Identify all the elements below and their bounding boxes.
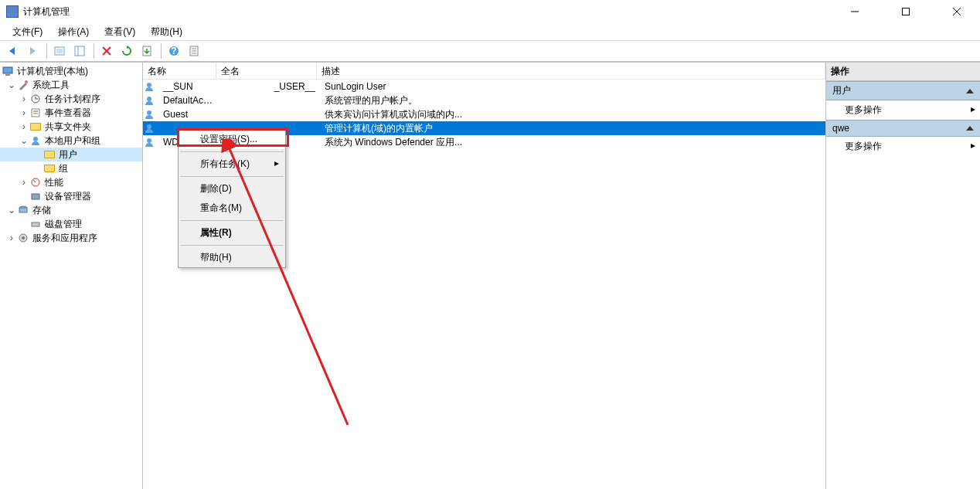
ctx-properties[interactable]: 属性(R) xyxy=(179,223,285,243)
ctx-label: 设置密码(S)... xyxy=(200,134,257,144)
tree-groups[interactable]: 组 xyxy=(0,161,142,175)
menu-file[interactable]: 文件(F) xyxy=(6,24,49,40)
action-group-qwe[interactable]: qwe xyxy=(826,120,980,137)
help-button[interactable]: ? xyxy=(165,42,183,60)
chevron-down-icon[interactable]: ⌄ xyxy=(19,135,29,146)
delete-button[interactable] xyxy=(97,42,116,60)
tree-services-apps[interactable]: › 服务和应用程序 xyxy=(0,231,142,245)
performance-icon xyxy=(29,176,42,188)
chevron-down-icon[interactable]: ⌄ xyxy=(6,205,17,216)
window-title: 计算机管理 xyxy=(23,5,838,19)
tree-device-manager[interactable]: 设备管理器 xyxy=(0,189,142,203)
minimize-button[interactable] xyxy=(838,1,872,22)
cell-desc: 系统管理的用户帐户。 xyxy=(320,94,825,107)
cell-fullname: _USER__ xyxy=(219,81,320,92)
list-header: 名称 全名 描述 xyxy=(143,63,825,80)
action-group-label: 用户 xyxy=(832,84,851,97)
tree-local-users-groups[interactable]: ⌄ 本地用户和组 xyxy=(0,134,142,148)
list-row[interactable]: DefaultAcc... 系统管理的用户帐户。 xyxy=(143,93,825,107)
tree-label: 设备管理器 xyxy=(45,190,91,203)
tree-system-tools[interactable]: ⌄ 系统工具 xyxy=(0,78,142,92)
column-fullname[interactable]: 全名 xyxy=(216,63,317,79)
tree-label: 性能 xyxy=(45,176,63,189)
action-group-users[interactable]: 用户 xyxy=(826,81,980,100)
menu-action[interactable]: 操作(A) xyxy=(52,24,95,40)
disk-icon xyxy=(29,218,42,230)
svg-text:?: ? xyxy=(171,46,176,56)
chevron-down-icon[interactable]: ⌄ xyxy=(6,80,17,90)
toolbar-separator xyxy=(94,43,94,59)
menu-bar: 文件(F) 操作(A) 查看(V) 帮助(H) xyxy=(0,23,980,40)
svg-point-19 xyxy=(25,80,28,83)
action-pane: 操作 用户 更多操作 ▸ qwe 更多操作 ▸ xyxy=(825,63,980,489)
svg-point-33 xyxy=(22,236,25,239)
action-more-2[interactable]: 更多操作 ▸ xyxy=(826,137,980,156)
maximize-button[interactable] xyxy=(889,1,923,22)
clock-icon xyxy=(29,93,42,105)
cell-desc: 供来宾访问计算机或访问域的内... xyxy=(320,108,825,121)
cell-desc: 管理计算机(域)的内置帐户 xyxy=(320,122,825,135)
tree-label: 用户 xyxy=(59,148,77,161)
collapse-icon xyxy=(966,89,974,93)
svg-rect-6 xyxy=(75,46,84,56)
cell-desc: 系统为 Windows Defender 应用... xyxy=(320,136,825,149)
ctx-separator xyxy=(180,176,284,177)
chevron-right-icon[interactable]: › xyxy=(6,233,17,243)
cell-desc: SunLogin User xyxy=(320,81,825,92)
export-button[interactable] xyxy=(138,42,156,60)
ctx-help[interactable]: 帮助(H) xyxy=(179,248,285,267)
menu-help[interactable]: 帮助(H) xyxy=(145,24,189,40)
column-description[interactable]: 描述 xyxy=(317,63,825,79)
tree-label: 系统工具 xyxy=(32,79,70,92)
ctx-set-password[interactable]: 设置密码(S)... xyxy=(179,130,285,149)
users-groups-icon xyxy=(29,134,42,147)
tree-disk-management[interactable]: 磁盘管理 xyxy=(0,217,142,231)
tree-performance[interactable]: › 性能 xyxy=(0,175,142,189)
user-icon xyxy=(143,94,155,107)
action-more-1[interactable]: 更多操作 ▸ xyxy=(826,100,980,120)
tree-label: 存储 xyxy=(32,204,51,217)
cell-name: DefaultAcc... xyxy=(158,95,219,106)
forward-button[interactable] xyxy=(23,42,42,60)
list-row[interactable]: __SUN _USER__ SunLogin User xyxy=(143,80,825,93)
ctx-label: 属性(R) xyxy=(200,227,232,238)
chevron-right-icon[interactable]: › xyxy=(19,107,29,118)
action-link-label: 更多操作 xyxy=(845,104,882,117)
ctx-label: 删除(D) xyxy=(200,183,232,194)
up-button[interactable] xyxy=(50,42,69,60)
column-name[interactable]: 名称 xyxy=(143,63,216,79)
svg-rect-31 xyxy=(32,222,39,226)
back-button[interactable] xyxy=(3,42,22,60)
ctx-all-tasks[interactable]: 所有任务(K)▸ xyxy=(179,155,285,174)
close-button[interactable] xyxy=(940,1,974,22)
tree-task-scheduler[interactable]: › 任务计划程序 xyxy=(0,92,142,106)
chevron-right-icon[interactable]: › xyxy=(19,93,29,104)
ctx-separator xyxy=(180,151,284,152)
user-icon xyxy=(143,108,155,121)
toolbar-separator xyxy=(161,43,162,59)
user-icon xyxy=(143,80,155,93)
tree-shared-folders[interactable]: › 共享文件夹 xyxy=(0,120,142,134)
chevron-right-icon[interactable]: › xyxy=(19,177,29,188)
tools-icon xyxy=(17,79,29,91)
svg-rect-18 xyxy=(5,74,10,76)
list-pane: 名称 全名 描述 __SUN _USER__ SunLogin User Def… xyxy=(143,63,825,489)
ctx-delete[interactable]: 删除(D) xyxy=(179,179,285,199)
tree-root[interactable]: 计算机管理(本地) xyxy=(0,64,142,78)
tree-label: 计算机管理(本地) xyxy=(17,65,88,78)
submenu-arrow-icon: ▸ xyxy=(971,140,975,153)
list-row[interactable]: Guest 供来宾访问计算机或访问域的内... xyxy=(143,107,825,121)
tree-users[interactable]: 用户 xyxy=(0,148,142,161)
svg-line-27 xyxy=(33,180,36,182)
tree-event-viewer[interactable]: › 事件查看器 xyxy=(0,106,142,120)
user-icon xyxy=(143,136,155,148)
refresh-button[interactable] xyxy=(117,42,136,60)
show-hide-tree-button[interactable] xyxy=(70,42,89,60)
event-icon xyxy=(29,107,42,119)
computer-icon xyxy=(2,65,14,77)
tree-storage[interactable]: ⌄ 存储 xyxy=(0,203,142,217)
ctx-rename[interactable]: 重命名(M) xyxy=(179,199,285,218)
chevron-right-icon[interactable]: › xyxy=(19,121,29,132)
menu-view[interactable]: 查看(V) xyxy=(98,24,141,40)
properties-button[interactable] xyxy=(185,42,203,60)
